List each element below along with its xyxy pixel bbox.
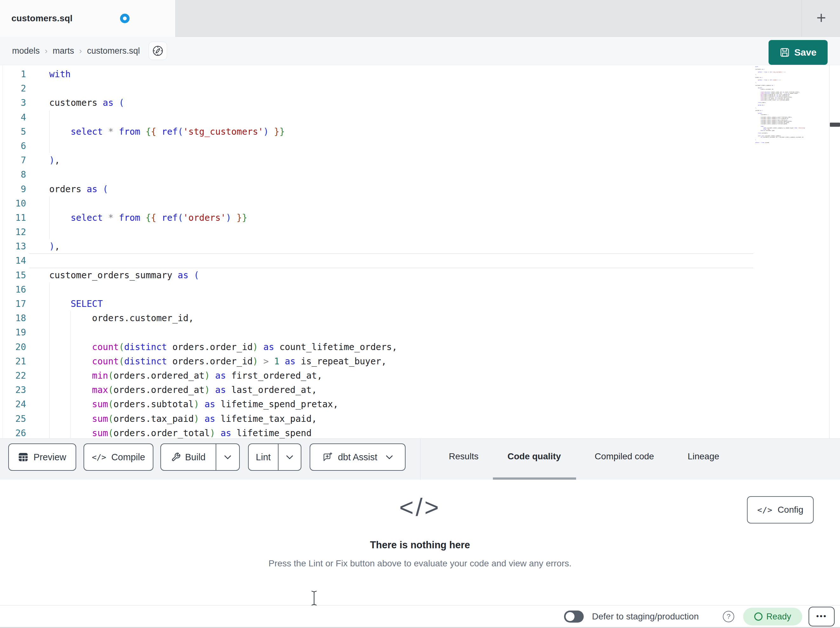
code-line[interactable]: select * from {{ ref('orders') }} [29,210,753,225]
dbt-assist-label: dbt Assist [338,452,377,462]
editor-minimap[interactable]: withcustomers as ( select * from {{ ref(… [755,66,829,225]
line-number: 17 [0,297,26,311]
wrench-icon [171,452,181,462]
file-tab-customers-sql[interactable]: customers.sql [0,0,175,37]
line-number: 20 [0,340,26,354]
code-line[interactable]: orders as ( [29,182,753,196]
minimap-line: select * from joined [755,142,829,143]
code-line[interactable]: with [29,67,753,81]
more-options-button[interactable]: ••• [808,607,835,626]
compile-label: Compile [111,452,145,462]
code-editor[interactable]: 1234567891011121314151617181920212223242… [0,65,840,438]
line-number: 1 [0,67,26,81]
breadcrumb-separator-icon: › [45,46,47,56]
code-line[interactable] [29,168,753,182]
compile-button[interactable]: </> Compile [84,443,153,471]
defer-toggle[interactable] [564,611,584,623]
empty-state-subtitle: Press the Lint or Fix button above to ev… [0,558,840,569]
scrollbar-thumb[interactable] [830,123,840,127]
editor-gutter: 1234567891011121314151617181920212223242… [0,67,26,438]
status-ready-badge: Ready [743,607,802,625]
preview-label: Preview [33,452,66,462]
lint-split-button[interactable]: Lint [248,443,302,471]
code-line[interactable] [29,325,753,340]
save-icon [780,47,790,57]
code-line[interactable]: select * from {{ ref('stg_customers') }} [29,125,753,139]
code-line[interactable]: customers as ( [29,96,753,110]
config-button[interactable]: </> Config [747,496,814,524]
code-line[interactable]: ), [29,239,753,253]
preview-button[interactable]: Preview [8,443,76,471]
code-line[interactable] [29,196,753,210]
unsaved-changes-dot-icon [120,14,129,23]
code-line[interactable] [29,110,753,125]
build-main[interactable]: Build [161,452,216,462]
code-line[interactable]: customer_orders_summary as ( [29,268,753,282]
line-number: 10 [0,196,26,210]
line-number: 15 [0,268,26,282]
file-tab-title: customers.sql [11,13,73,24]
tab-compiled-code[interactable]: Compiled code [587,448,662,465]
save-label: Save [794,47,816,58]
breadcrumb-file[interactable]: customers.sql [87,46,140,56]
tab-lineage[interactable]: Lineage [682,448,725,465]
code-line[interactable]: count(distinct orders.order_id) as count… [29,340,753,354]
line-number: 19 [0,325,26,340]
code-line[interactable]: sum(orders.order_total) as lifetime_spen… [29,426,753,438]
code-line[interactable] [29,139,753,153]
lint-label[interactable]: Lint [249,452,278,462]
toolbar-tabs-divider [420,439,420,480]
build-label: Build [185,452,206,462]
chevron-down-icon [224,455,232,460]
assist-chat-sparkle-icon [322,452,333,462]
active-code-line[interactable] [29,253,753,268]
text-cursor-icon [310,590,318,606]
dbt-assist-button[interactable]: dbt Assist [309,443,406,471]
code-lines[interactable]: withcustomers as ( select * from {{ ref(… [29,67,753,438]
tab-results[interactable]: Results [442,448,485,465]
breadcrumb-models[interactable]: models [12,46,40,56]
save-button[interactable]: Save [769,40,827,65]
new-tab-button[interactable]: + [809,0,833,37]
chevron-down-icon [385,455,393,460]
config-label: Config [778,505,804,515]
line-number: 21 [0,354,26,369]
build-split-button[interactable]: Build [160,443,240,471]
code-line[interactable]: ), [29,153,753,168]
editor-scrollbar[interactable] [829,65,840,438]
code-line[interactable] [29,225,753,239]
lint-dropdown[interactable] [278,455,301,460]
line-number: 3 [0,96,26,110]
line-number: 12 [0,225,26,239]
line-number: 2 [0,81,26,96]
build-dropdown[interactable] [216,455,239,460]
breadcrumb-marts[interactable]: marts [53,46,74,56]
code-line[interactable] [29,282,753,297]
code-brackets-icon: </> [92,452,106,462]
line-number: 24 [0,397,26,411]
code-line[interactable] [29,81,753,96]
code-line[interactable]: min(orders.ordered_at) as first_ordered_… [29,369,753,383]
code-line[interactable]: count(distinct orders.order_id) > 1 as i… [29,354,753,369]
line-number: 11 [0,210,26,225]
code-line[interactable]: max(orders.ordered_at) as last_ordered_a… [29,383,753,397]
code-brackets-icon: </> [757,505,772,515]
tab-bar: customers.sql + [0,0,840,37]
line-number: 16 [0,282,26,297]
panel-edge-line [3,65,3,480]
code-line[interactable]: sum(orders.subtotal) as lifetime_spend_p… [29,397,753,411]
table-icon [18,452,28,462]
help-icon[interactable]: ? [723,611,734,622]
line-number: 13 [0,239,26,253]
tab-bar-divider [802,0,802,37]
bottom-toolbar: Preview </> Compile Build Lint dbt Assis… [0,438,840,480]
code-line[interactable]: orders.customer_id, [29,311,753,325]
code-line[interactable]: SELECT [29,297,753,311]
tab-code-quality[interactable]: Code quality [499,448,569,465]
defer-label: Defer to staging/production [592,606,699,627]
code-line[interactable]: sum(orders.tax_paid) as lifetime_tax_pai… [29,412,753,426]
line-number: 25 [0,412,26,426]
ready-label: Ready [766,612,791,622]
navigate-button[interactable] [148,42,167,60]
compass-icon [152,45,164,57]
